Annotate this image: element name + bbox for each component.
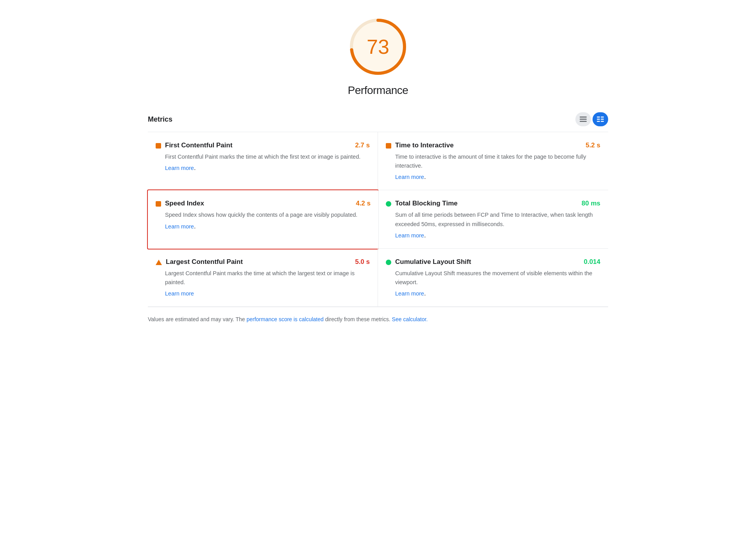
metric-tti-title-row: Time to Interactive: [386, 142, 454, 149]
metric-tbt-header: Total Blocking Time 80 ms: [386, 200, 600, 207]
metric-fcp-value: 2.7 s: [355, 142, 370, 149]
metric-si-value: 4.2 s: [356, 200, 371, 207]
orange-square-icon-si: [156, 201, 161, 207]
metric-lcp-title-row: Largest Contentful Paint: [156, 258, 243, 266]
svg-rect-8: [601, 119, 604, 120]
metric-fcp-header: First Contentful Paint 2.7 s: [156, 142, 370, 149]
si-period: .: [194, 223, 195, 230]
metric-tti-value: 5.2 s: [586, 142, 600, 149]
metric-lcp-learn-more[interactable]: Learn more: [165, 290, 194, 297]
score-label: Performance: [348, 84, 408, 97]
metrics-title: Metrics: [148, 115, 172, 124]
metric-fcp-title-row: First Contentful Paint: [156, 142, 232, 149]
metric-cls-value: 0.014: [584, 258, 600, 266]
footer-link-calculator[interactable]: performance score is calculated: [247, 316, 324, 322]
metric-lcp: Largest Contentful Paint 5.0 s Largest C…: [148, 249, 378, 307]
svg-rect-5: [597, 117, 600, 118]
metric-tbt-title-row: Total Blocking Time: [386, 200, 458, 207]
score-value: 73: [367, 35, 389, 58]
metric-lcp-name: Largest Contentful Paint: [166, 258, 243, 266]
metrics-grid: First Contentful Paint 2.7 s First Conte…: [148, 132, 608, 307]
svg-rect-3: [580, 119, 587, 120]
metric-tbt: Total Blocking Time 80 ms Sum of all tim…: [378, 190, 608, 248]
metric-cls-title-row: Cumulative Layout Shift: [386, 258, 471, 266]
metric-tti-header: Time to Interactive 5.2 s: [386, 142, 600, 149]
svg-rect-9: [597, 121, 600, 122]
footer-text-before: Values are estimated and may vary. The: [148, 316, 247, 322]
metric-tbt-learn-more[interactable]: Learn more: [395, 232, 424, 239]
view-toggle: [575, 112, 608, 126]
metric-cls-desc: Cumulative Layout Shift measures the mov…: [395, 269, 600, 287]
metric-tti-desc: Time to interactive is the amount of tim…: [395, 152, 600, 170]
metric-lcp-desc: Largest Contentful Paint marks the time …: [165, 269, 370, 287]
score-circle: 73: [347, 16, 409, 78]
metric-cls: Cumulative Layout Shift 0.014 Cumulative…: [378, 249, 608, 307]
svg-rect-10: [601, 121, 604, 122]
list-view-button[interactable]: [575, 112, 591, 126]
metric-si-learn-more[interactable]: Learn more: [165, 223, 194, 230]
metric-tti-name: Time to Interactive: [395, 142, 454, 149]
metric-si-desc: Speed Index shows how quickly the conten…: [165, 211, 371, 219]
metric-fcp-learn-more[interactable]: Learn more: [165, 165, 194, 171]
metric-si-name: Speed Index: [165, 200, 204, 207]
metric-fcp-name: First Contentful Paint: [165, 142, 232, 149]
orange-triangle-icon-lcp: [156, 259, 162, 265]
orange-square-icon: [156, 143, 161, 149]
tti-period: .: [424, 173, 426, 180]
metric-tti-learn-more[interactable]: Learn more: [395, 174, 424, 180]
orange-square-icon-tti: [386, 143, 391, 149]
metric-fcp: First Contentful Paint 2.7 s First Conte…: [148, 132, 378, 190]
svg-rect-2: [580, 117, 587, 118]
list-icon: [580, 117, 587, 122]
svg-rect-6: [601, 117, 604, 118]
metric-cls-header: Cumulative Layout Shift 0.014: [386, 258, 600, 266]
metric-lcp-header: Largest Contentful Paint 5.0 s: [156, 258, 370, 266]
metric-si-header: Speed Index 4.2 s: [156, 200, 371, 207]
metric-si: Speed Index 4.2 s Speed Index shows how …: [147, 189, 379, 249]
fcp-period: .: [194, 165, 195, 171]
metrics-header: Metrics: [148, 112, 608, 132]
metric-tbt-value: 80 ms: [582, 200, 600, 207]
metric-cls-learn-more[interactable]: Learn more: [395, 290, 424, 297]
footer-text-middle: directly from these metrics.: [324, 316, 392, 322]
metric-si-title-row: Speed Index: [156, 200, 204, 207]
svg-rect-4: [580, 121, 587, 122]
detail-icon: [597, 117, 604, 122]
cls-period: .: [424, 290, 426, 297]
tbt-period: .: [424, 232, 426, 239]
metric-cls-name: Cumulative Layout Shift: [395, 258, 471, 266]
detail-view-button[interactable]: [593, 112, 608, 126]
svg-rect-7: [597, 119, 600, 120]
metric-tbt-desc: Sum of all time periods between FCP and …: [395, 211, 600, 228]
metric-tti: Time to Interactive 5.2 s Time to intera…: [378, 132, 608, 190]
green-circle-icon-tbt: [386, 201, 391, 207]
score-section: 73 Performance: [148, 16, 608, 97]
metric-tbt-name: Total Blocking Time: [395, 200, 458, 207]
metric-fcp-desc: First Contentful Paint marks the time at…: [165, 152, 370, 161]
footer-note: Values are estimated and may vary. The p…: [148, 307, 608, 331]
metric-lcp-value: 5.0 s: [355, 258, 370, 266]
green-circle-icon-cls: [386, 260, 391, 265]
footer-link-see-calculator[interactable]: See calculator.: [392, 316, 428, 322]
